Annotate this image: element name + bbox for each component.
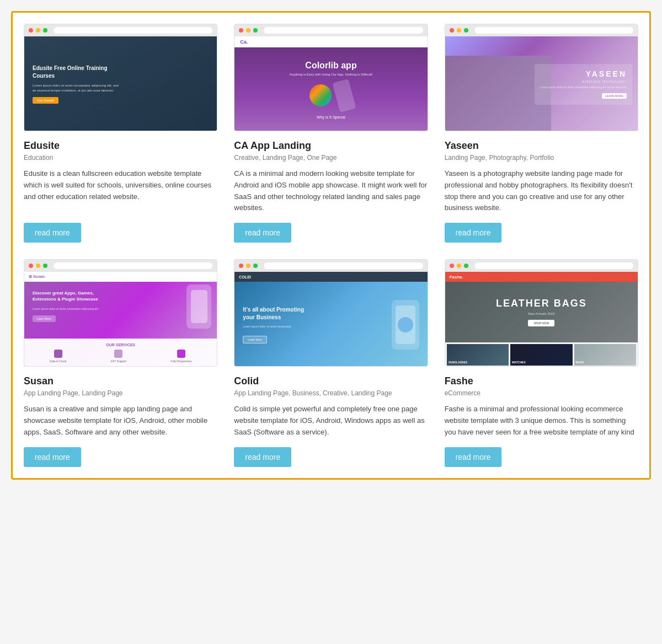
- susan-nav: ⊞ Susan: [24, 272, 217, 282]
- dot-red: [239, 28, 243, 33]
- card-image-ca: Ca. Colorlib app Anything is Easy with U…: [234, 24, 428, 131]
- dot-green: [464, 264, 468, 268]
- read-more-button[interactable]: read more: [24, 447, 81, 467]
- dot-green: [253, 28, 258, 33]
- browser-url: [54, 27, 212, 34]
- susan-screenshot: ⊞ Susan Discover great Apps, Games, Exte…: [24, 272, 217, 367]
- fashe-hero-subtitle: New Arrivals 2018: [528, 312, 554, 315]
- fashe-hero: LEATHER BAGS New Arrivals 2018 SHOP NOW: [445, 282, 638, 342]
- susan-hero-title: Discover great Apps, Games, Extensions &…: [33, 290, 99, 302]
- ca-section-label: Why is It Special: [317, 115, 345, 119]
- ca-hero: Colorlib app Anything is Easy with Using…: [234, 47, 427, 131]
- dot-green: [43, 28, 47, 33]
- service-label-2: 24/7 Support: [110, 359, 126, 363]
- fashe-cat-2-label: WATCHES: [512, 361, 526, 364]
- ca-screenshot: Ca. Colorlib app Anything is Easy with U…: [234, 36, 427, 131]
- dot-yellow: [457, 28, 461, 33]
- dot-green: [43, 264, 47, 268]
- susan-services-title: OUR SERVICES: [30, 343, 211, 347]
- ca-logo: Ca.: [240, 39, 248, 45]
- read-more-button[interactable]: read more: [234, 447, 291, 467]
- card-colid: COLID It's all about Promoting your Busi…: [234, 259, 428, 466]
- colid-hero-desc: Lorem ipsum dolor sit amet consectetur: [243, 325, 320, 329]
- edusite-hero-title: Edusite Free Online Training Courses: [33, 65, 115, 80]
- card-image-edusite: Edusite Free Online Training Courses Lor…: [24, 24, 217, 131]
- colid-hero-text: It's all about Promoting your Business L…: [243, 306, 391, 344]
- card-image-fashe: Fashe. LEATHER BAGS New Arrivals 2018 SH…: [445, 259, 638, 367]
- yaseen-info-card: YASEEN WIRELESS TECHNOLOGY Lorem ipsum d…: [535, 64, 632, 105]
- card-edusite: Edusite Free Online Training Courses Lor…: [24, 24, 217, 243]
- card-desc: Fashe is a minimal and professional look…: [445, 404, 638, 438]
- template-grid: Edusite Free Online Training Courses Lor…: [11, 11, 651, 480]
- dot-red: [29, 28, 33, 33]
- susan-phone: [186, 285, 211, 329]
- dot-yellow: [36, 28, 40, 33]
- susan-hero-desc: Lorem ipsum dolor sit amet consectetur a…: [33, 307, 104, 311]
- colid-phone: [392, 300, 419, 350]
- colid-logo: COLID: [239, 275, 251, 279]
- read-more-button[interactable]: read more: [234, 223, 291, 243]
- yaseen-name: YASEEN: [540, 69, 627, 78]
- susan-logo: ⊞ Susan: [29, 275, 45, 279]
- susan-service-2: 24/7 Support: [110, 350, 126, 363]
- fashe-categories: SUNGLASSES WATCHES BAGS: [445, 342, 638, 367]
- colid-cta: Learn More: [243, 336, 267, 344]
- card-image-susan: ⊞ Susan Discover great Apps, Games, Exte…: [24, 259, 217, 367]
- edusite-cta-btn: Get Started: [33, 97, 58, 104]
- card-ca-app-landing: Ca. Colorlib app Anything is Easy with U…: [234, 24, 428, 243]
- card-image-colid: COLID It's all about Promoting your Busi…: [234, 259, 428, 367]
- card-title: Colid: [234, 375, 428, 387]
- fashe-screenshot: Fashe. LEATHER BAGS New Arrivals 2018 SH…: [445, 272, 638, 367]
- service-icon-2: [114, 350, 122, 358]
- read-more-button[interactable]: read more: [445, 447, 502, 467]
- fashe-cat-1: SUNGLASSES: [447, 344, 509, 366]
- dot-yellow: [36, 264, 40, 268]
- read-more-button[interactable]: read more: [445, 223, 502, 243]
- susan-hero: Discover great Apps, Games, Extensions &…: [24, 282, 217, 339]
- browser-url: [54, 262, 212, 269]
- card-title: Fashe: [445, 375, 638, 387]
- fashe-cat-1-label: SUNGLASSES: [449, 361, 467, 364]
- service-icon-1: [54, 350, 62, 358]
- card-tags: Creative, Landing Page, One Page: [234, 154, 428, 162]
- susan-cta: Learn More: [33, 315, 56, 322]
- edusite-screenshot: Edusite Free Online Training Courses Lor…: [24, 36, 217, 131]
- browser-url: [474, 27, 633, 34]
- ca-hero-title: Colorlib app: [305, 61, 356, 71]
- fashe-hero-title: LEATHER BAGS: [496, 298, 587, 309]
- dot-red: [29, 264, 33, 268]
- fashe-nav: Fashe.: [445, 272, 638, 282]
- card-desc: Yaseen is a photography website landing …: [445, 168, 638, 214]
- colid-hero: It's all about Promoting your Business L…: [234, 282, 427, 367]
- ca-donut-icon: [309, 84, 332, 106]
- dot-red: [239, 264, 243, 268]
- fashe-cat-2: WATCHES: [510, 344, 572, 366]
- fashe-shop-btn: SHOP NOW: [528, 320, 554, 326]
- dot-red: [450, 264, 454, 268]
- read-more-button[interactable]: read more: [24, 223, 81, 243]
- dot-yellow: [246, 264, 250, 268]
- card-title: Susan: [24, 375, 217, 387]
- ca-navbar: Ca.: [234, 36, 427, 47]
- card-desc: Colid is simple yet powerful and complet…: [234, 404, 428, 438]
- card-fashe: Fashe. LEATHER BAGS New Arrivals 2018 SH…: [445, 259, 638, 466]
- card-title: CA App Landing: [234, 140, 428, 152]
- dot-yellow: [457, 264, 461, 268]
- browser-url: [474, 262, 633, 269]
- service-label-3: Fully Responsive: [170, 359, 191, 363]
- card-tags: Education: [24, 154, 217, 162]
- dot-yellow: [246, 28, 250, 33]
- colid-screenshot: COLID It's all about Promoting your Busi…: [234, 272, 427, 367]
- card-yaseen: YASEEN WIRELESS TECHNOLOGY Lorem ipsum d…: [445, 24, 638, 243]
- yaseen-subtitle: WIRELESS TECHNOLOGY: [540, 80, 627, 83]
- susan-services-list: Data in Cloud 24/7 Support Fully Respons…: [30, 350, 211, 363]
- browser-url: [264, 27, 423, 34]
- card-tags: App Landing Page, Landing Page: [24, 389, 217, 397]
- yaseen-btn: LEARN MORE: [602, 93, 627, 99]
- browser-url: [264, 262, 423, 269]
- dot-green: [253, 264, 258, 268]
- susan-service-3: Fully Responsive: [170, 350, 191, 363]
- dot-red: [450, 28, 454, 33]
- yaseen-screenshot: YASEEN WIRELESS TECHNOLOGY Lorem ipsum d…: [445, 36, 638, 131]
- dot-green: [464, 28, 468, 33]
